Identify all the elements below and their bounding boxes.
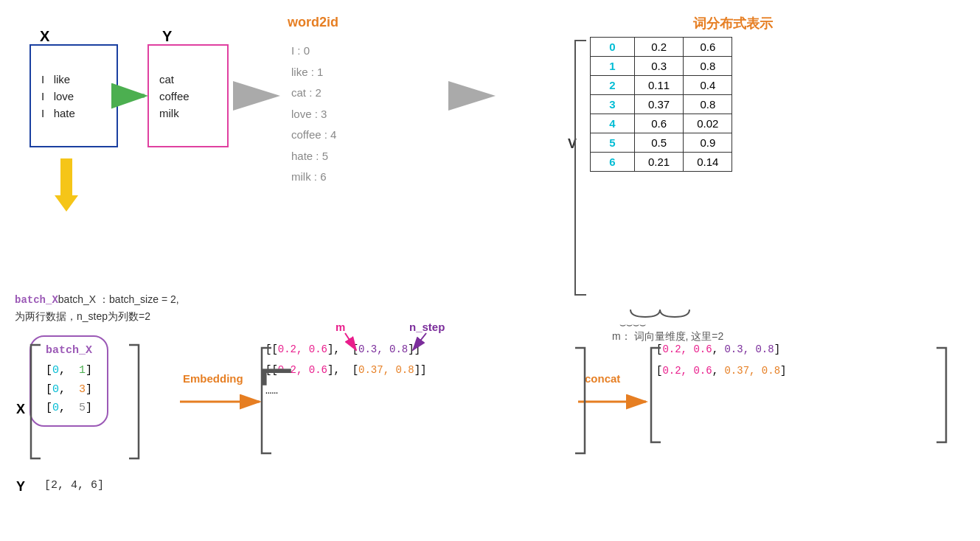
ci-title: 词分布式表示 — [693, 15, 773, 32]
y-row-1: cat — [159, 73, 217, 85]
embed-dots: …… — [265, 380, 426, 401]
w2id-item-0: I : 0 — [291, 41, 336, 62]
batchx-title: batch_X — [46, 344, 92, 357]
batchx-row-2: [0, 3] — [46, 380, 92, 399]
w2id-item-6: milk : 6 — [291, 167, 336, 188]
dist-table-row: 20.110.4 — [591, 76, 732, 95]
dist-idx-6: 6 — [591, 153, 635, 172]
concat-label: concat — [585, 372, 620, 385]
x-row-3: I hate — [41, 107, 106, 119]
x-row-1: I like — [41, 73, 106, 85]
dist-v2-2: 0.4 — [684, 76, 732, 95]
dist-idx-5: 5 — [591, 133, 635, 153]
dist-v1-1: 0.3 — [635, 57, 684, 76]
batchx-row-1: [0, 1] — [46, 361, 92, 380]
dist-idx-2: 2 — [591, 76, 635, 95]
y-lower-val: [2, 4, 6] — [44, 479, 104, 492]
v-label: V — [568, 136, 577, 152]
batchx-row-3: [0, 5] — [46, 399, 92, 418]
x-box: I like I love I hate — [29, 44, 118, 147]
dist-v1-2: 0.11 — [635, 76, 684, 95]
w2id-item-2: cat : 2 — [291, 83, 336, 104]
dist-v2-4: 0.02 — [684, 114, 732, 133]
dist-table-row: 60.210.14 — [591, 153, 732, 172]
dist-idx-3: 3 — [591, 95, 635, 114]
dist-table-row: 50.50.9 — [591, 133, 732, 153]
dist-v1-4: 0.6 — [635, 114, 684, 133]
dist-idx-1: 1 — [591, 57, 635, 76]
svg-marker-6 — [233, 81, 280, 111]
dist-v1-6: 0.21 — [635, 153, 684, 172]
w2id-item-4: coffee : 4 — [291, 125, 336, 146]
dist-table-row: 00.20.6 — [591, 38, 732, 57]
x-label: X — [40, 28, 49, 45]
batchx-box: batch_X [0, 1] [0, 3] [0, 5] — [29, 335, 108, 427]
w2id-item-5: hate : 5 — [291, 146, 336, 167]
y-lower-label: Y — [16, 479, 25, 495]
dist-v2-5: 0.9 — [684, 133, 732, 153]
y-row-2: coffee — [159, 90, 217, 102]
word2id-list: I : 0 like : 1 cat : 2 love : 3 coffee :… — [291, 41, 336, 188]
dist-table-row: 30.370.8 — [591, 95, 732, 114]
dist-idx-4: 4 — [591, 114, 635, 133]
dist-table-row: 10.30.8 — [591, 57, 732, 76]
batchx-desc: batch_Xbatch_X ：batch_size = 2, 为两行数据，n_… — [15, 291, 179, 325]
x-lower-label: X — [16, 402, 25, 417]
w2id-item-1: like : 1 — [291, 62, 336, 83]
embed-row2: [[0.2, 0.6], [0.37, 0.8]] — [265, 360, 426, 380]
distribution-table: 00.20.610.30.820.110.430.370.840.60.0250… — [590, 37, 732, 172]
m-arrow-label: m — [336, 321, 345, 333]
final-row2: [0.2, 0.6, 0.37, 0.8] — [656, 360, 786, 382]
m-desc: ⌣⌣⌣⌣ — [619, 318, 646, 331]
w2id-item-3: love : 3 — [291, 104, 336, 125]
final-row1: [0.2, 0.6, 0.3, 0.8] — [656, 339, 786, 360]
dist-v2-0: 0.6 — [684, 38, 732, 57]
dist-idx-0: 0 — [591, 38, 635, 57]
embedding-label: Embedding — [183, 372, 243, 385]
nstep-arrow-label: n_step — [409, 321, 445, 333]
dist-v2-6: 0.14 — [684, 153, 732, 172]
dist-v1-3: 0.37 — [635, 95, 684, 114]
y-label: Y — [162, 28, 172, 45]
dist-table-row: 40.60.02 — [591, 114, 732, 133]
x-row-2: I love — [41, 90, 106, 102]
yellow-down-arrow — [55, 158, 78, 212]
embed-matrix: [[0.2, 0.6], [0.3, 0.8]] [[0.2, 0.6], [0… — [265, 339, 426, 401]
word2id-title: word2id — [288, 15, 338, 30]
dist-v1-5: 0.5 — [635, 133, 684, 153]
embed-row1: [[0.2, 0.6], [0.3, 0.8]] — [265, 339, 426, 360]
dist-v1-0: 0.2 — [635, 38, 684, 57]
dist-v2-1: 0.8 — [684, 57, 732, 76]
dist-v2-3: 0.8 — [684, 95, 732, 114]
svg-marker-7 — [448, 81, 496, 111]
final-matrix: [0.2, 0.6, 0.3, 0.8] [0.2, 0.6, 0.37, 0.… — [656, 339, 786, 383]
y-row-3: milk — [159, 107, 217, 119]
y-box: cat coffee milk — [147, 44, 229, 147]
